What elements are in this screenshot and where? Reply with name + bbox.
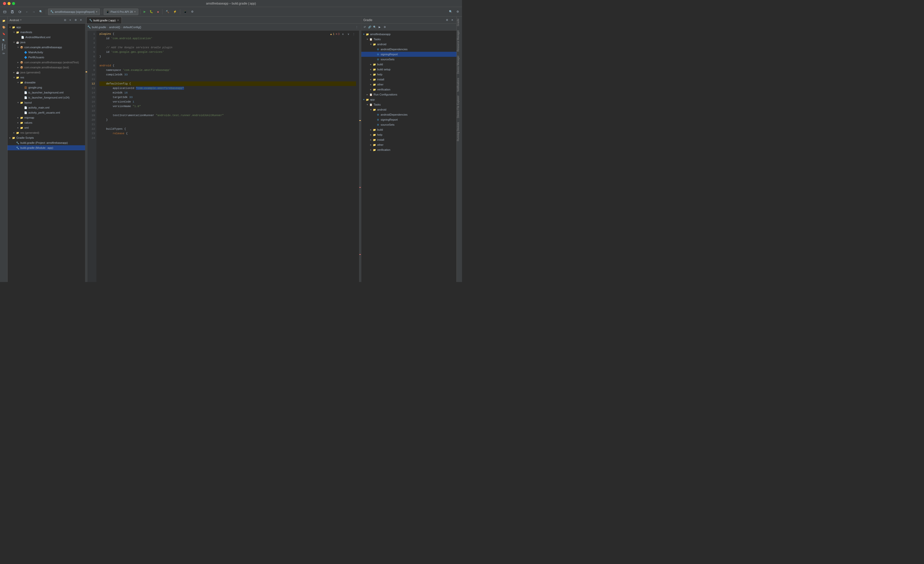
device-manager-tab[interactable]: Device Manager: [457, 54, 462, 76]
tree-item-activity-perfil[interactable]: 📄 activity_perfil_usuario.xml: [8, 110, 85, 115]
tree-item-java[interactable]: ▼ ☕ java: [8, 40, 85, 45]
tree-item-drawable[interactable]: ▼ 📁 drawable: [8, 80, 85, 85]
window-controls[interactable]: [3, 2, 15, 5]
tree-item-mainactivity[interactable]: 🔷 MainActivity: [8, 50, 85, 55]
tree-item-mipmap[interactable]: ► 📁 mipmap: [8, 115, 85, 120]
gradle-task-androiddeps1[interactable]: ⚙ androidDependencies: [362, 47, 456, 52]
resource-manager-tab[interactable]: Resource Manager: [457, 28, 462, 54]
inspection-prev-button[interactable]: ∧: [340, 32, 345, 36]
find-button[interactable]: 🔍: [1, 37, 7, 43]
notifications-tab[interactable]: Notifications: [457, 76, 462, 93]
search-everywhere-button[interactable]: 🔍: [447, 9, 454, 15]
tree-item-ic-launcher-bg[interactable]: 📄 ic_launcher_background.xml: [8, 90, 85, 95]
gradle-build-2[interactable]: ► 📁 build: [362, 127, 456, 132]
gradle-android-2[interactable]: ▼ 📁 android: [362, 107, 456, 112]
close-panel-button[interactable]: ✕: [79, 18, 83, 23]
editor-tab-build-gradle[interactable]: 🔧 build.gradle (:app) ✕: [86, 17, 122, 23]
sort-button[interactable]: ≡: [68, 18, 73, 23]
tree-item-build-gradle-app[interactable]: 🔧 build.gradle (Module: :app): [8, 145, 85, 150]
tree-item-layout[interactable]: ▼ 📁 layout: [8, 100, 85, 105]
avd-button[interactable]: 📱: [182, 9, 189, 15]
tree-item-pkg-androidtest[interactable]: ► 📦 com.example.amstfirebaseapp (android…: [8, 60, 85, 65]
tree-item-xml[interactable]: ► 📁 xml: [8, 125, 85, 130]
gradle-run-button[interactable]: ▶: [377, 25, 382, 29]
gradle-tasks-2[interactable]: ▼ 📋 Tasks: [362, 102, 456, 107]
gradle-task-signingreport2[interactable]: ⚙ signingReport: [362, 117, 456, 122]
gradle-build-1[interactable]: ► 📁 build: [362, 62, 456, 67]
gradle-tasks-1[interactable]: ▼ 📋 Tasks: [362, 37, 456, 42]
minimize-button[interactable]: [8, 2, 10, 5]
scroll-markers[interactable]: [359, 31, 361, 282]
gradle-buildsetup-1[interactable]: ► 📁 build setup: [362, 67, 456, 72]
gradle-task-sourcesets1[interactable]: ⚙ sourceSets: [362, 57, 456, 62]
gradle-install-2[interactable]: ► 📁 install: [362, 137, 456, 142]
open-file-button[interactable]: [2, 9, 8, 15]
tree-item-manifests[interactable]: ▼ 📁 manifests: [8, 30, 85, 35]
gradle-link-button[interactable]: 🔗: [368, 25, 372, 29]
tree-item-googlepng[interactable]: 🖼 google.png: [8, 85, 85, 90]
tree-item-res[interactable]: ▼ 📁 res: [8, 75, 85, 80]
android-dropdown[interactable]: Android ▼: [9, 19, 22, 22]
gradle-refresh-button[interactable]: ↺: [362, 25, 367, 29]
gradle-search-button[interactable]: 🔍: [372, 25, 377, 29]
sdk-button[interactable]: ⚙: [190, 9, 195, 15]
gradle-task-androiddeps2[interactable]: ⚙ androidDependencies: [362, 112, 456, 117]
forward-button[interactable]: →: [31, 9, 37, 15]
resource-manager-button[interactable]: 🎨: [1, 24, 7, 30]
tab-close-build-gradle[interactable]: ✕: [117, 19, 119, 22]
stop-button[interactable]: ■: [156, 9, 160, 15]
tree-item-ic-launcher-fg[interactable]: 📄 ic_launcher_foreground.xml (v24): [8, 95, 85, 100]
gradle-settings-button[interactable]: ⚙: [445, 18, 449, 23]
structure-button[interactable]: Str: [1, 50, 7, 56]
tree-item-pkg-test[interactable]: ► 📦 com.example.amstfirebaseapp (test): [8, 65, 85, 70]
gradle-toggle-button[interactable]: ⚙: [382, 25, 387, 29]
tree-item-values[interactable]: ► 📁 values: [8, 120, 85, 125]
gradle-task-sourcesets2[interactable]: ⚙ sourceSets: [362, 122, 456, 127]
gradle-close-button[interactable]: ✕: [450, 18, 454, 23]
gradle-verification-1[interactable]: ► 📁 verification: [362, 87, 456, 92]
inspection-menu-button[interactable]: ⋮: [351, 32, 356, 36]
tree-item-perfilusuario[interactable]: 🔷 PerfilUsuario: [8, 55, 85, 60]
gradle-help-2[interactable]: ► 📁 help: [362, 132, 456, 137]
device-file-explorer-tab[interactable]: Device File Explorer: [457, 93, 462, 120]
device-selector[interactable]: 📱 Pixel 6 Pro API 28 ▼: [104, 9, 138, 15]
gradle-other-2[interactable]: ► 📁 other: [362, 142, 456, 147]
gradle-other-1[interactable]: ► 📁 other: [362, 82, 456, 87]
tree-item-res-generated[interactable]: ► 📁 res (generated): [8, 130, 85, 135]
more-actions-button[interactable]: ⋮: [354, 25, 359, 29]
tree-item-androidmanifest[interactable]: 📄 AndroidManifest.xml: [8, 35, 85, 40]
debug-button[interactable]: 🐛: [148, 9, 154, 15]
gradle-root-amstfirebase[interactable]: ▼ 📁 amstfirebaseapp: [362, 32, 456, 37]
tree-item-build-gradle-project[interactable]: 🔧 build.gradle (Project: amstfirebaseapp…: [8, 140, 85, 145]
settings-button[interactable]: ⚙: [455, 9, 460, 15]
gradle-runconfigs-1[interactable]: ► 📋 Run Configurations: [362, 92, 456, 97]
gradle-root-app[interactable]: ▼ 📁 app: [362, 97, 456, 102]
build-button[interactable]: 🔨: [164, 9, 171, 15]
tree-item-gradle-scripts[interactable]: ► 📁 Gradle Scripts: [8, 135, 85, 140]
tree-item-app[interactable]: ▼ 📁 app: [8, 25, 85, 30]
bookmarks-button[interactable]: 🔖: [1, 31, 7, 37]
build-variants-button[interactable]: Build Variants: [1, 44, 7, 50]
running-devices-tab[interactable]: Running Devices: [457, 120, 462, 143]
gradle-task-signingreport1[interactable]: ⚙ signingReport: [362, 52, 456, 57]
gradle-install-1[interactable]: ► 📁 install: [362, 77, 456, 82]
back-button[interactable]: ←: [24, 9, 30, 15]
project-config-selector[interactable]: 🔧 amstfirebaseapp [signingReport] ▼: [48, 9, 100, 15]
tree-item-activity-main[interactable]: 📄 activity_main.xml: [8, 105, 85, 110]
gradle-side-tab[interactable]: Gradle: [457, 17, 462, 28]
tree-item-pkg-main[interactable]: ▼ 📦 com.example.amstfirebaseapp: [8, 45, 85, 50]
project-tool-button[interactable]: 📁: [1, 18, 7, 24]
code-view[interactable]: plugins { id 'com.android.application' /…: [96, 31, 359, 282]
settings-panel-button[interactable]: ⚙: [74, 18, 78, 23]
search-button[interactable]: 🔍: [38, 9, 44, 15]
sync-button[interactable]: [16, 9, 23, 15]
profile-button[interactable]: ⚡: [172, 9, 178, 15]
gradle-verification-2[interactable]: ► 📁 verification: [362, 147, 456, 152]
run-button[interactable]: ▶: [142, 9, 147, 15]
gradle-help-1[interactable]: ► 📁 help: [362, 72, 456, 77]
gradle-android-1[interactable]: ▼ 📁 android: [362, 42, 456, 47]
inspection-next-button[interactable]: ∨: [346, 32, 351, 36]
maximize-button[interactable]: [12, 2, 15, 5]
collapse-all-button[interactable]: ⊟: [63, 18, 67, 23]
tree-item-java-generated[interactable]: ► ☕ java (generated): [8, 70, 85, 75]
